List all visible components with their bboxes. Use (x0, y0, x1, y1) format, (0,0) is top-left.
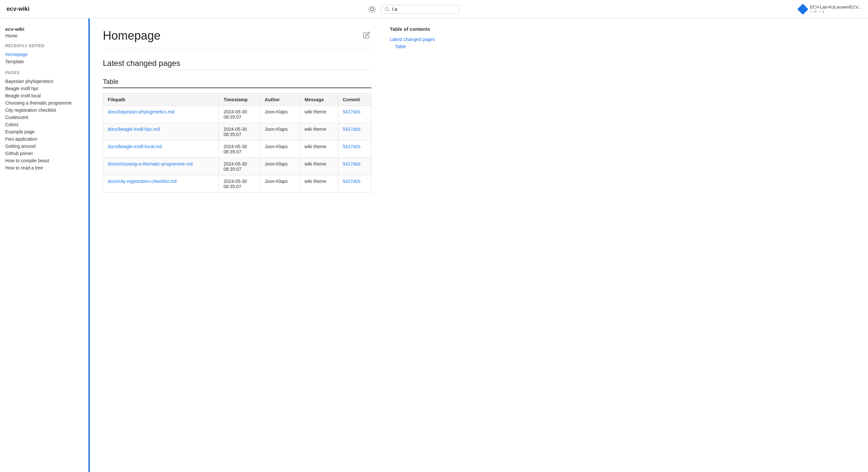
sidebar-item-beagle-local[interactable]: Beagle instll local (5, 92, 83, 99)
cell-timestamp-4: 2024-05-30 08:35:07 (219, 175, 260, 193)
toc-link-table[interactable]: Table (390, 43, 452, 50)
table-row: docs/bayesian-phylogenetics.md 2024-05-3… (103, 106, 371, 123)
table-row: docs/beagle-instll-local.md 2024-05-30 0… (103, 141, 371, 158)
search-box[interactable] (381, 5, 460, 13)
cell-timestamp-1: 2024-05-30 08:35:07 (219, 123, 260, 141)
commit-link-0[interactable]: 5417dcb (343, 109, 361, 114)
cell-filepath-0: docs/bayesian-phylogenetics.md (103, 106, 219, 123)
recently-edited-label: Recently edited (5, 43, 83, 48)
commit-link-2[interactable]: 5417dcb (343, 144, 361, 149)
filepath-link-1[interactable]: docs/beagle-instll-hpc.md (108, 126, 160, 132)
cell-message-0: wiki theme (300, 106, 338, 123)
search-icon (384, 6, 389, 12)
user-info: ECV-Lab-KULeuven/ECV... ☆ 0 ⑂ 1 (810, 5, 862, 14)
col-author: Author (260, 94, 300, 106)
cell-message-3: wiki theme (300, 158, 338, 175)
table-row: docs/choosing-a-thematic-programme.md 20… (103, 158, 371, 175)
sidebar-item-read-tree[interactable]: How to read a tree (5, 164, 83, 171)
navbar-user-area: ECV-Lab-KULeuven/ECV... ☆ 0 ⑂ 1 (799, 5, 862, 14)
layout: ecv-wiki Home Recently edited Homepage T… (0, 18, 868, 472)
section-table-heading: Table (103, 78, 371, 88)
col-commit: Commit (338, 94, 371, 106)
sidebar-item-coalescent[interactable]: Coalescent (5, 114, 83, 121)
sidebar-item-example[interactable]: Example page (5, 128, 83, 136)
toc-title: Table of contents (390, 26, 452, 32)
cell-author-0: Joon-Klaps (260, 106, 300, 123)
theme-toggle-button[interactable] (369, 6, 376, 13)
table-header-row: Filepath Timestamp Author Message Commit (103, 94, 371, 106)
page-title: Homepage (103, 29, 160, 42)
cell-author-4: Joon-Klaps (260, 175, 300, 193)
commit-link-4[interactable]: 5417dcb (343, 179, 361, 184)
cell-author-2: Joon-Klaps (260, 141, 300, 158)
svg-line-10 (388, 10, 389, 11)
commit-link-3[interactable]: 5417dcb (343, 161, 361, 167)
navbar-center (369, 5, 460, 13)
cell-filepath-4: docs/city-registration-checklist.md (103, 175, 219, 193)
user-name-label: ECV-Lab-KULeuven/ECV... (810, 5, 862, 9)
sidebar-item-fwo[interactable]: Fwo application (5, 136, 83, 143)
sidebar: ecv-wiki Home Recently edited Homepage T… (0, 18, 88, 472)
sidebar-item-template[interactable]: Template (5, 58, 83, 65)
svg-line-3 (370, 6, 370, 7)
cell-timestamp-2: 2024-05-30 08:35:07 (219, 141, 260, 158)
cell-filepath-1: docs/beagle-instll-hpc.md (103, 123, 219, 141)
sidebar-item-getting-around[interactable]: Getting around (5, 143, 83, 150)
cell-message-2: wiki theme (300, 141, 338, 158)
svg-line-4 (374, 11, 374, 11)
filepath-link-0[interactable]: docs/bayesian-phylogenetics.md (108, 109, 174, 114)
sidebar-item-github[interactable]: Github primer (5, 150, 83, 157)
svg-line-7 (370, 11, 370, 11)
sidebar-item-city-reg[interactable]: City registration checklist (5, 107, 83, 114)
user-stats: ☆ 0 ⑂ 1 (810, 9, 862, 14)
col-filepath: Filepath (103, 94, 219, 106)
svg-point-0 (371, 7, 374, 10)
col-timestamp: Timestamp (219, 94, 260, 106)
cell-filepath-3: docs/choosing-a-thematic-programme.md (103, 158, 219, 175)
sidebar-item-bayesian[interactable]: Bayesian phylogenetics (5, 78, 83, 85)
sidebar-item-beagle-hpc[interactable]: Beagle instll hpc (5, 85, 83, 92)
sidebar-home-link[interactable]: Home (5, 33, 83, 38)
changes-table: Filepath Timestamp Author Message Commit… (103, 93, 371, 193)
filepath-link-3[interactable]: docs/choosing-a-thematic-programme.md (108, 161, 193, 167)
gitea-icon (797, 4, 808, 15)
cell-timestamp-3: 2024-05-30 08:35:07 (219, 158, 260, 175)
col-message: Message (300, 94, 338, 106)
toc-link-latest[interactable]: Latest changed pages (390, 36, 452, 43)
cell-commit-1: 5417dcb (338, 123, 371, 141)
main-content: Homepage Latest changed pages Table File… (90, 18, 384, 472)
cell-message-4: wiki theme (300, 175, 338, 193)
sidebar-item-compile-beast[interactable]: How to compile beast (5, 157, 83, 164)
user-stars: ☆ 0 (810, 9, 816, 14)
cell-timestamp-0: 2024-05-30 08:35:07 (219, 106, 260, 123)
pages-label: Pages (5, 70, 83, 75)
edit-page-button[interactable] (362, 30, 371, 41)
section-latest-changed: Latest changed pages (103, 59, 371, 70)
filepath-link-2[interactable]: docs/beagle-instll-local.md (108, 144, 162, 149)
search-input[interactable] (392, 6, 456, 12)
filepath-link-4[interactable]: docs/city-registration-checklist.md (108, 179, 177, 184)
cell-author-3: Joon-Klaps (260, 158, 300, 175)
toc-sidebar: Table of contents Latest changed pages T… (384, 18, 457, 472)
commit-link-1[interactable]: 5417dcb (343, 126, 361, 132)
cell-author-1: Joon-Klaps (260, 123, 300, 141)
user-forks: ⑂ 1 (819, 9, 824, 14)
cell-filepath-2: docs/beagle-instll-local.md (103, 141, 219, 158)
cell-commit-3: 5417dcb (338, 158, 371, 175)
sidebar-item-choosing[interactable]: Choosing a thematic programme (5, 99, 83, 107)
table-row: docs/beagle-instll-hpc.md 2024-05-30 08:… (103, 123, 371, 141)
sidebar-item-homepage[interactable]: Homepage (5, 51, 83, 58)
navbar-brand[interactable]: ecv-wiki (6, 6, 29, 12)
cell-commit-4: 5417dcb (338, 175, 371, 193)
cell-commit-0: 5417dcb (338, 106, 371, 123)
sidebar-item-colors[interactable]: Colors (5, 121, 83, 128)
navbar: ecv-wiki ECV-Lab-KULeuven/ECV. (0, 0, 868, 18)
page-title-row: Homepage (103, 29, 371, 48)
svg-line-8 (374, 6, 374, 7)
cell-message-1: wiki theme (300, 123, 338, 141)
table-row: docs/city-registration-checklist.md 2024… (103, 175, 371, 193)
cell-commit-2: 5417dcb (338, 141, 371, 158)
sidebar-brand: ecv-wiki (5, 26, 83, 32)
